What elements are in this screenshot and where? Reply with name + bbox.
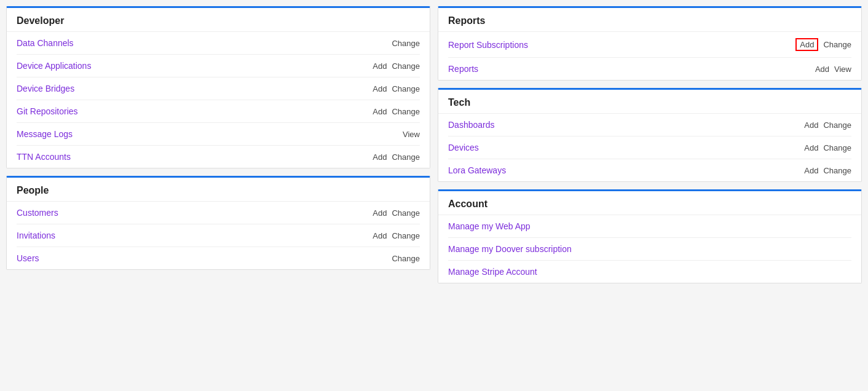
- ttn-accounts-actions: Add Change: [373, 152, 420, 162]
- invitations-actions: Add Change: [373, 231, 420, 240]
- tech-title: Tech: [438, 90, 861, 114]
- list-item: Manage my Doover subscription: [448, 238, 851, 261]
- reports-view[interactable]: View: [834, 65, 851, 74]
- people-title: People: [7, 178, 430, 202]
- report-subscriptions-actions: Add Change: [795, 38, 851, 51]
- device-bridges-add[interactable]: Add: [373, 84, 387, 93]
- device-applications-link[interactable]: Device Applications: [17, 61, 91, 71]
- device-applications-change[interactable]: Change: [392, 61, 420, 71]
- table-row: Data Channels Change: [17, 32, 420, 55]
- table-row: Device Applications Add Change: [17, 55, 420, 77]
- invitations-add[interactable]: Add: [373, 231, 387, 240]
- reports-link[interactable]: Reports: [448, 64, 478, 74]
- devices-link[interactable]: Devices: [448, 143, 479, 152]
- ttn-accounts-add[interactable]: Add: [373, 152, 387, 162]
- tech-body: Dashboards Add Change Devices Add Change…: [438, 114, 861, 181]
- device-applications-add[interactable]: Add: [373, 61, 387, 71]
- dashboards-change[interactable]: Change: [823, 120, 851, 130]
- table-row: Customers Add Change: [17, 202, 420, 224]
- device-applications-actions: Add Change: [373, 61, 420, 71]
- manage-stripe-account-link[interactable]: Manage Stripe Account: [448, 267, 537, 277]
- users-link[interactable]: Users: [17, 253, 39, 263]
- users-change[interactable]: Change: [392, 254, 420, 263]
- dashboards-actions: Add Change: [804, 120, 851, 130]
- table-row: Git Repositories Add Change: [17, 100, 420, 123]
- ttn-accounts-change[interactable]: Change: [392, 152, 420, 162]
- message-logs-actions: View: [403, 130, 420, 139]
- table-row: Reports Add View: [448, 58, 851, 80]
- table-row: Invitations Add Change: [17, 224, 420, 247]
- developer-card: Developer Data Channels Change Device Ap…: [6, 6, 430, 168]
- customers-link[interactable]: Customers: [17, 208, 58, 218]
- invitations-link[interactable]: Invitations: [17, 231, 55, 240]
- devices-change[interactable]: Change: [823, 143, 851, 152]
- reports-body: Report Subscriptions Add Change Reports …: [438, 32, 861, 80]
- tech-card: Tech Dashboards Add Change Devices Add C…: [438, 88, 862, 182]
- reports-title: Reports: [438, 8, 861, 32]
- customers-add[interactable]: Add: [373, 208, 387, 218]
- device-bridges-change[interactable]: Change: [392, 84, 420, 93]
- table-row: Device Bridges Add Change: [17, 77, 420, 100]
- reports-add[interactable]: Add: [815, 65, 829, 74]
- users-actions: Change: [392, 254, 420, 263]
- message-logs-link[interactable]: Message Logs: [17, 129, 73, 139]
- table-row: Report Subscriptions Add Change: [448, 32, 851, 58]
- developer-title: Developer: [7, 8, 430, 32]
- lora-gateways-change[interactable]: Change: [823, 166, 851, 175]
- customers-change[interactable]: Change: [392, 208, 420, 218]
- reports-card: Reports Report Subscriptions Add Change …: [438, 6, 862, 81]
- ttn-accounts-link[interactable]: TTN Accounts: [17, 152, 71, 162]
- lora-gateways-add[interactable]: Add: [804, 166, 818, 175]
- lora-gateways-actions: Add Change: [804, 166, 851, 175]
- git-repositories-add[interactable]: Add: [373, 107, 387, 116]
- table-row: Lora Gateways Add Change: [448, 159, 851, 181]
- devices-add[interactable]: Add: [804, 143, 818, 152]
- list-item: Manage Stripe Account: [448, 261, 851, 283]
- data-channels-change[interactable]: Change: [392, 39, 420, 48]
- manage-web-app-link[interactable]: Manage my Web App: [448, 221, 531, 231]
- people-body: Customers Add Change Invitations Add Cha…: [7, 202, 430, 269]
- list-item: Manage my Web App: [448, 215, 851, 238]
- developer-body: Data Channels Change Device Applications…: [7, 32, 430, 168]
- left-column: Developer Data Channels Change Device Ap…: [6, 6, 430, 283]
- account-title: Account: [438, 191, 861, 215]
- devices-actions: Add Change: [804, 143, 851, 152]
- device-bridges-link[interactable]: Device Bridges: [17, 84, 74, 93]
- right-column: Reports Report Subscriptions Add Change …: [438, 6, 862, 283]
- table-row: Dashboards Add Change: [448, 114, 851, 136]
- git-repositories-actions: Add Change: [373, 107, 420, 116]
- data-channels-link[interactable]: Data Channels: [17, 38, 74, 48]
- table-row: TTN Accounts Add Change: [17, 146, 420, 168]
- device-bridges-actions: Add Change: [373, 84, 420, 93]
- git-repositories-change[interactable]: Change: [392, 107, 420, 116]
- dashboards-link[interactable]: Dashboards: [448, 120, 495, 130]
- lora-gateways-link[interactable]: Lora Gateways: [448, 165, 506, 175]
- invitations-change[interactable]: Change: [392, 231, 420, 240]
- main-grid: Developer Data Channels Change Device Ap…: [6, 6, 862, 283]
- table-row: Devices Add Change: [448, 136, 851, 159]
- report-subscriptions-change[interactable]: Change: [823, 40, 851, 49]
- account-body: Manage my Web App Manage my Doover subsc…: [438, 215, 861, 283]
- reports-row-actions: Add View: [815, 65, 851, 74]
- message-logs-view[interactable]: View: [403, 130, 420, 139]
- manage-doover-subscription-link[interactable]: Manage my Doover subscription: [448, 244, 572, 254]
- git-repositories-link[interactable]: Git Repositories: [17, 106, 78, 116]
- dashboards-add[interactable]: Add: [804, 120, 818, 130]
- account-card: Account Manage my Web App Manage my Doov…: [438, 189, 862, 283]
- report-subscriptions-add[interactable]: Add: [795, 38, 818, 51]
- report-subscriptions-link[interactable]: Report Subscriptions: [448, 40, 528, 50]
- table-row: Message Logs View: [17, 123, 420, 146]
- people-card: People Customers Add Change Invitations …: [6, 176, 430, 270]
- table-row: Users Change: [17, 247, 420, 269]
- data-channels-actions: Change: [392, 39, 420, 48]
- customers-actions: Add Change: [373, 208, 420, 218]
